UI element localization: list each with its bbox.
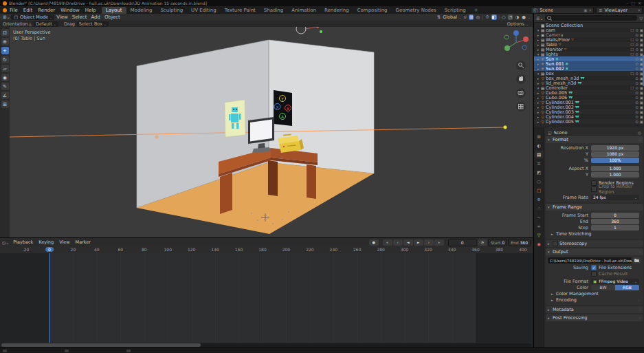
disable-render-camera-icon[interactable]: ▣ bbox=[640, 105, 643, 109]
post-processing-panel[interactable]: ▸Post Processing ∷ bbox=[546, 314, 643, 321]
properties-tab-constraints[interactable]: ∞ bbox=[535, 222, 544, 230]
transform-orientation-icon[interactable]: ⇅ bbox=[436, 14, 441, 20]
properties-tab-material[interactable]: ◉ bbox=[535, 240, 544, 248]
outliner-editor-icon[interactable]: ☰⌄ bbox=[536, 16, 543, 21]
zoom-button[interactable] bbox=[516, 61, 526, 70]
color-management-subpanel[interactable]: ▸Color Management bbox=[546, 290, 642, 297]
properties-tab-modifiers[interactable]: ⊕ bbox=[535, 195, 544, 203]
timeline-scroll-thumb[interactable] bbox=[1, 343, 201, 347]
timeline-menu-view[interactable]: View bbox=[56, 239, 72, 245]
hide-viewport-eye-icon[interactable]: ⊙ bbox=[635, 76, 639, 81]
exclude-checkbox-icon[interactable]: ☐ bbox=[630, 86, 634, 90]
encoding-subpanel[interactable]: ▸Encoding ∷ bbox=[546, 297, 642, 303]
pan-button[interactable] bbox=[516, 74, 526, 84]
play-reverse-button[interactable]: ◄ bbox=[403, 239, 413, 246]
menu-edit[interactable]: Edit bbox=[21, 8, 36, 13]
timeline-menu-playback[interactable]: Playback bbox=[10, 239, 36, 245]
workspace-tab-layout[interactable]: Layout bbox=[102, 7, 126, 14]
viewport-menu-object[interactable]: Object bbox=[102, 14, 122, 20]
gizmo-z-neg[interactable] bbox=[522, 45, 526, 50]
gizmo-y-neg[interactable] bbox=[504, 35, 509, 39]
disable-render-camera-icon[interactable]: ▣ bbox=[640, 43, 643, 47]
viewport-menu-view[interactable]: View bbox=[54, 14, 70, 20]
frame-range-header[interactable]: ▾Frame Range bbox=[546, 204, 643, 211]
rotate-tool[interactable]: ↻ bbox=[1, 56, 9, 63]
format-header[interactable]: ▾Format ∷ bbox=[546, 136, 643, 143]
shading-dropdown-icon[interactable]: ⌄ bbox=[528, 15, 531, 19]
ortho-toggle-button[interactable] bbox=[516, 102, 526, 111]
frame-step-field[interactable]: 1 bbox=[591, 225, 639, 231]
remove-viewlayer-icon[interactable]: ✕ bbox=[637, 8, 641, 12]
menu-window[interactable]: Window bbox=[58, 8, 82, 13]
timeline-menu-keying[interactable]: Keying bbox=[36, 239, 56, 245]
disable-render-camera-icon[interactable]: ▣ bbox=[640, 86, 643, 90]
maximize-icon[interactable]: □ bbox=[631, 1, 635, 6]
workspace-tab-shading[interactable]: Shading bbox=[260, 7, 287, 14]
workspace-tab-sculpting[interactable]: Sculpting bbox=[156, 7, 187, 14]
hide-viewport-eye-icon[interactable]: ⊙ bbox=[635, 28, 639, 32]
scene-canvas[interactable]: Y X B A bbox=[10, 27, 533, 237]
workspace-tab-uv-editing[interactable]: UV Editing bbox=[187, 7, 221, 14]
hide-viewport-eye-icon[interactable]: ⊙ bbox=[635, 86, 639, 90]
proportional-edit-icon[interactable]: ◎ bbox=[475, 14, 480, 20]
viewport-3d[interactable]: Y X B A bbox=[10, 27, 533, 237]
unlink-scene-icon[interactable]: ✕ bbox=[588, 8, 592, 12]
workspace-tab-compositing[interactable]: Compositing bbox=[353, 7, 392, 14]
overlays-icon[interactable]: ◧ bbox=[491, 14, 497, 20]
exclude-checkbox-icon[interactable]: ☐ bbox=[630, 72, 634, 76]
hide-viewport-eye-icon[interactable]: ⊙ bbox=[635, 57, 639, 61]
gizmo-y-axis[interactable] bbox=[504, 45, 510, 51]
snap-magnet-icon[interactable]: ∪ bbox=[463, 14, 467, 20]
pin-icon[interactable]: ◎ bbox=[638, 130, 641, 135]
hide-viewport-eye-icon[interactable]: ⊙ bbox=[635, 47, 639, 52]
disable-render-camera-icon[interactable]: ▣ bbox=[640, 115, 643, 119]
gizmo-x-axis[interactable] bbox=[523, 36, 529, 42]
play-button[interactable]: ► bbox=[414, 239, 423, 246]
encoding-presets-icon[interactable]: ∷ bbox=[638, 298, 641, 302]
output-path-field[interactable]: C:\Users\748199\OneDrive - hull.ac.uk\Do… bbox=[548, 257, 632, 264]
viewport-menu-add[interactable]: Add bbox=[89, 14, 102, 20]
exclude-checkbox-icon[interactable]: ☐ bbox=[630, 28, 634, 32]
properties-tab-particles[interactable]: ∴ bbox=[535, 204, 544, 212]
hide-viewport-eye-icon[interactable]: ⊙ bbox=[635, 110, 639, 114]
snap-settings-icon[interactable]: ⊞ bbox=[469, 14, 474, 20]
hide-viewport-eye-icon[interactable]: ⊙ bbox=[635, 38, 639, 42]
disable-render-camera-icon[interactable]: ▣ bbox=[640, 96, 643, 100]
annotate-tool[interactable]: ✎ bbox=[1, 83, 9, 90]
viewlayer-selector[interactable]: ≡ ViewLayer ✕ bbox=[596, 7, 643, 14]
shading-wireframe-icon[interactable]: ○ bbox=[501, 14, 507, 20]
output-header[interactable]: ▾Output ∷ bbox=[546, 248, 643, 255]
outliner-row-cylinder-005[interactable]: ▸▽Cylinder.005▼▼⊙▣ bbox=[534, 119, 644, 124]
hide-viewport-eye-icon[interactable]: ⊙ bbox=[635, 52, 639, 56]
properties-tab-render[interactable]: ◐ bbox=[535, 142, 544, 149]
color-rgb-button[interactable]: RGB bbox=[615, 285, 639, 290]
frame-start-field-timeline[interactable]: Start0 bbox=[488, 239, 508, 246]
cursor-tool[interactable]: ⊕ bbox=[1, 38, 9, 45]
hide-viewport-eye-icon[interactable]: ⊙ bbox=[635, 33, 639, 37]
outliner-search[interactable] bbox=[545, 15, 637, 21]
select-box-tool[interactable]: ⊡ bbox=[1, 29, 9, 36]
use-preview-range-icon[interactable]: ◔ bbox=[478, 239, 487, 246]
shading-material-icon[interactable]: ◑ bbox=[514, 14, 520, 20]
resolution-percent-slider[interactable]: 100% bbox=[591, 158, 639, 163]
folder-browse-icon[interactable] bbox=[633, 257, 641, 264]
drag-value-dropdown[interactable]: Select Box ⌄ bbox=[77, 21, 109, 27]
navigation-gizmo[interactable] bbox=[504, 30, 529, 51]
disable-render-camera-icon[interactable]: ▣ bbox=[640, 110, 643, 114]
workspace-tab-geometry-nodes[interactable]: Geometry Nodes bbox=[392, 7, 441, 14]
prev-keyframe-button[interactable]: ‹ bbox=[393, 239, 403, 246]
properties-tab-object[interactable]: □ bbox=[535, 186, 544, 194]
new-scene-icon[interactable]: ▣ bbox=[584, 8, 587, 12]
workspace-tab-texture-paint[interactable]: Texture Paint bbox=[221, 7, 260, 14]
properties-tab-world[interactable]: ○ bbox=[535, 178, 544, 185]
disable-render-camera-icon[interactable]: ▣ bbox=[640, 47, 643, 52]
options-dropdown[interactable]: Options ⌄ bbox=[507, 21, 529, 27]
exclude-checkbox-icon[interactable]: ☐ bbox=[630, 47, 634, 52]
render-regions-checkbox[interactable] bbox=[591, 180, 597, 186]
jump-to-start-button[interactable]: « bbox=[383, 239, 392, 246]
transform-tool[interactable]: ◉ bbox=[1, 74, 9, 81]
stereoscopy-checkbox[interactable] bbox=[553, 241, 558, 246]
file-extensions-checkbox[interactable]: ✓ bbox=[591, 265, 597, 270]
color-bw-button[interactable]: BW bbox=[591, 285, 615, 290]
hide-viewport-eye-icon[interactable]: ⊙ bbox=[635, 115, 639, 119]
